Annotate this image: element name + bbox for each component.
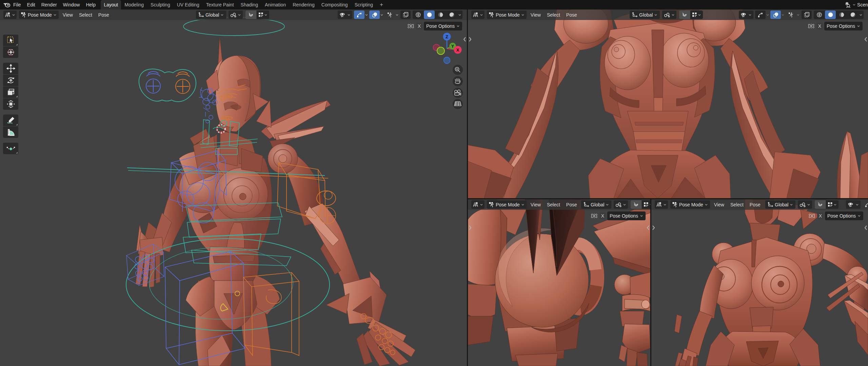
svg-text:Z: Z — [446, 34, 448, 39]
svg-text:Y: Y — [451, 44, 454, 49]
svg-text:X: X — [456, 47, 459, 53]
